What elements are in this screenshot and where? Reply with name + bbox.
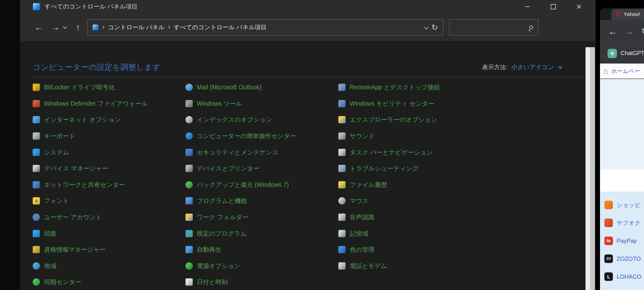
view-by-value[interactable]: 小さいアイコン — [511, 63, 554, 71]
control-panel-item[interactable]: マウス — [338, 193, 487, 209]
tab-title: Yahoo! — [624, 11, 640, 18]
phone-modem-icon — [338, 262, 346, 270]
yahoo-service-link[interactable]: LLOHACO — [600, 268, 644, 286]
browser-forward-icon[interactable]: → — [625, 26, 634, 37]
paypay-icon: % — [604, 237, 613, 245]
control-panel-item[interactable]: RemoteApp とデスクトップ接続 — [338, 79, 487, 96]
auction-hammer-icon — [604, 219, 613, 227]
control-panel-item[interactable]: トラブルシューティング — [338, 160, 487, 177]
ease-of-access-icon — [186, 132, 193, 140]
control-panel-item[interactable]: インデックスのオプション — [186, 112, 335, 128]
search-input[interactable] — [454, 24, 529, 31]
windows-tools-icon — [186, 100, 193, 107]
browser-reload-icon[interactable]: ↻ — [641, 27, 644, 36]
item-label: 地域 — [44, 262, 56, 270]
browser-back-icon[interactable]: ← — [608, 26, 617, 37]
item-label: Windows Defender ファイアウォール — [44, 99, 147, 108]
control-panel-item[interactable]: ファイル履歴 — [338, 177, 487, 193]
titlebar[interactable]: すべてのコントロール パネル項目 — [20, 0, 596, 13]
control-panel-item[interactable]: ワーク フォルダー — [186, 209, 335, 226]
control-panel-item[interactable]: キーボード — [33, 128, 182, 144]
item-label: BitLocker ドライブ暗号化 — [44, 83, 115, 92]
bookmarks-bar: ✳ ChatGPT — [600, 43, 644, 64]
yahoo-service-link[interactable]: ZOZOZOTO — [600, 250, 644, 268]
control-panel-item[interactable]: Windows ツール — [186, 96, 335, 112]
zozotown-icon: ZO — [604, 254, 613, 263]
close-button[interactable] — [570, 0, 588, 13]
control-panel-item[interactable]: 既定のプログラム — [186, 225, 335, 242]
back-button[interactable]: ← — [33, 13, 45, 42]
item-label: 回復 — [44, 229, 56, 238]
maximize-button[interactable] — [544, 0, 562, 13]
control-panel-item[interactable]: サウンド — [338, 128, 487, 144]
item-label: 自動再生 — [197, 245, 221, 254]
control-panel-icon — [33, 3, 40, 10]
minimize-button[interactable] — [518, 0, 536, 13]
devices-printers-icon — [186, 165, 193, 172]
dropdown-triangle-icon[interactable] — [558, 66, 563, 70]
control-panel-item[interactable]: Aフォント — [33, 193, 182, 209]
control-panel-item[interactable]: 同期センター — [33, 274, 182, 290]
yahoo-service-link[interactable]: ショッピ — [600, 196, 644, 214]
homepage-link[interactable]: ホームペー — [611, 67, 640, 75]
shopping-cart-icon — [604, 201, 613, 209]
address-bar[interactable]: › コントロール パネル › すべてのコントロール パネル項目 ↻ — [87, 19, 443, 36]
search-box[interactable] — [449, 19, 538, 36]
yahoo-page-section — [600, 79, 644, 169]
breadcrumb-control-panel[interactable]: コントロール パネル — [108, 23, 164, 31]
control-panel-item[interactable]: プログラムと機能 — [186, 193, 335, 209]
control-panel-item[interactable]: Windows Defender ファイアウォール — [33, 96, 182, 112]
scrollbar[interactable] — [586, 47, 595, 290]
control-panel-item[interactable]: 資格情報マネージャー — [33, 242, 182, 258]
control-panel-item[interactable]: 日付と時刻 — [186, 274, 335, 290]
control-panel-item[interactable]: コンピューターの簡単操作センター — [186, 128, 335, 144]
item-label: バックアップと復元 (Windows 7) — [197, 181, 289, 189]
control-panel-item[interactable]: 音声認識 — [338, 209, 487, 226]
up-button[interactable]: ↑ — [72, 13, 84, 42]
item-label: ユーザー アカウント — [44, 213, 102, 221]
homepage-link-row[interactable]: ⌂ ホームペー — [600, 64, 644, 79]
device-manager-icon — [33, 165, 40, 172]
control-panel-item[interactable]: 電源オプション — [186, 258, 335, 274]
browser-window: Y! Yahoo! ← → ↻ ✳ ChatGPT ⌂ ホームペー ショッピヤフ… — [600, 0, 644, 290]
control-panel-item[interactable]: 色の管理 — [338, 242, 487, 258]
search-icon[interactable] — [529, 25, 533, 29]
control-panel-item[interactable]: 自動再生 — [186, 242, 335, 258]
control-panel-item[interactable]: 回復 — [33, 225, 182, 242]
item-label: システム — [44, 148, 69, 157]
yahoo-service-link[interactable]: %PayPay — [600, 232, 644, 250]
control-panel-item[interactable]: Windows モビリティ センター — [338, 96, 487, 112]
control-panel-item[interactable]: 記憶域 — [338, 225, 487, 242]
control-panel-item[interactable]: 電話とモデム — [338, 258, 487, 274]
control-panel-item[interactable]: デバイス マネージャー — [33, 160, 182, 177]
control-panel-item[interactable]: デバイスとプリンター — [186, 160, 335, 177]
control-panel-item[interactable]: Mail (Microsoft Outlook) — [186, 79, 335, 96]
control-panel-item[interactable]: セキュリティとメンテナンス — [186, 144, 335, 160]
control-panel-item[interactable]: システム — [33, 144, 182, 160]
window-title: すべてのコントロール パネル項目 — [45, 3, 138, 11]
yahoo-service-link[interactable]: ヤフオク — [600, 214, 644, 232]
keyboard-icon — [33, 132, 40, 140]
recent-locations-chevron-icon[interactable] — [59, 13, 71, 42]
control-panel-item[interactable]: インターネット オプション — [33, 112, 182, 128]
control-panel-item[interactable]: タスク バーとナビゲーション — [338, 144, 487, 160]
control-panel-item[interactable]: BitLocker ドライブ暗号化 — [33, 79, 182, 96]
control-panel-icon — [92, 24, 99, 31]
control-panel-item[interactable]: エクスプローラーのオプション — [338, 112, 487, 128]
control-panel-item[interactable]: ユーザー アカウント — [33, 209, 182, 226]
explorer-options-icon — [338, 116, 346, 123]
yahoo-service-link[interactable] — [600, 286, 644, 290]
item-label: コンピューターの簡単操作センター — [197, 132, 296, 140]
control-panel-item[interactable]: バックアップと復元 (Windows 7) — [186, 177, 335, 193]
refresh-icon[interactable]: ↻ — [431, 23, 438, 32]
control-panel-item[interactable]: 地域 — [33, 258, 182, 274]
items-column-2: Mail (Microsoft Outlook)Windows ツールインデック… — [186, 79, 335, 290]
browser-tab-yahoo[interactable]: Y! Yahoo! — [611, 9, 644, 20]
control-panel-item[interactable]: ネットワークと共有センター — [33, 177, 182, 193]
breadcrumb-separator-icon: › — [102, 24, 104, 30]
item-label: サウンド — [350, 132, 375, 140]
item-label: Mail (Microsoft Outlook) — [197, 84, 262, 91]
address-dropdown-chevron-icon[interactable] — [425, 25, 428, 30]
breadcrumb-all-items[interactable]: すべてのコントロール パネル項目 — [174, 23, 267, 31]
bookmark-chatgpt[interactable]: ChatGPT — [621, 50, 644, 57]
